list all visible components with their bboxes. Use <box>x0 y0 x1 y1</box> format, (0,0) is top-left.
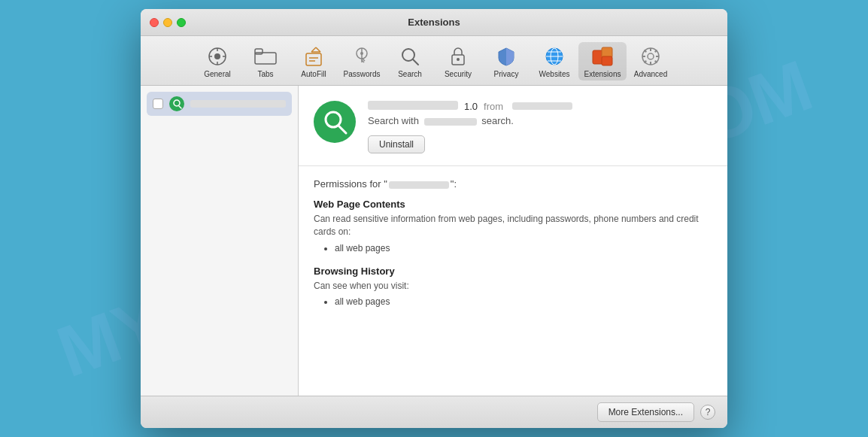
svg-rect-8 <box>306 53 321 65</box>
ext-version: 1.0 <box>464 101 478 112</box>
uninstall-button[interactable]: Uninstall <box>368 135 425 153</box>
extension-header: 1.0 from Search with search. Uninstall <box>299 86 727 166</box>
maximize-button[interactable] <box>177 18 186 27</box>
permissions-title: Permissions for "": <box>314 178 712 190</box>
toolbar-item-websites[interactable]: Websites <box>530 42 578 80</box>
privacy-label: Privacy <box>494 70 519 78</box>
traffic-lights <box>150 18 186 27</box>
titlebar: Extensions <box>141 9 727 36</box>
websites-icon <box>542 44 566 68</box>
svg-line-38 <box>645 50 647 53</box>
svg-point-44 <box>326 112 341 127</box>
window: Extensions General <box>141 9 727 428</box>
permission-group-history: Browsing History Can see when you visit:… <box>314 266 712 308</box>
extensions-label: Extensions <box>584 70 621 78</box>
toolbar-icons: General Tabs <box>193 42 675 80</box>
window-title: Extensions <box>408 17 460 28</box>
ext-search-row: Search with search. <box>368 115 712 126</box>
ext-search-name-bar <box>424 118 477 126</box>
security-icon <box>446 44 470 68</box>
permission-group-webcontent: Web Page Contents Can read sensitive inf… <box>314 199 712 253</box>
toolbar-item-search[interactable]: Search <box>386 42 434 80</box>
advanced-label: Advanced <box>634 70 667 78</box>
sidebar-ext-icon <box>169 96 184 111</box>
perm-group-title-history: Browsing History <box>314 266 712 277</box>
toolbar-item-passwords[interactable]: Passwords <box>338 42 386 80</box>
toolbar-item-general[interactable]: General <box>193 42 241 80</box>
autofill-label: AutoFill <box>301 70 326 78</box>
tabs-label: Tabs <box>257 70 273 78</box>
footer: More Extensions... ? <box>141 396 727 428</box>
sidebar <box>141 86 299 396</box>
svg-line-40 <box>655 50 657 53</box>
minimize-button[interactable] <box>163 18 172 27</box>
general-icon <box>205 44 229 68</box>
extension-checkbox[interactable] <box>153 99 163 109</box>
close-button[interactable] <box>150 18 159 27</box>
perm-group-desc-history: Can see when you visit: <box>314 280 712 293</box>
search-suffix-text: search. <box>481 115 514 126</box>
svg-rect-31 <box>602 56 612 65</box>
svg-line-13 <box>311 47 316 52</box>
svg-line-39 <box>655 61 657 63</box>
svg-point-23 <box>457 58 460 61</box>
websites-label: Websites <box>539 70 570 78</box>
ext-name-row: 1.0 from <box>368 101 712 112</box>
more-extensions-button[interactable]: More Extensions... <box>597 402 694 422</box>
sidebar-ext-name <box>190 100 286 108</box>
toolbar: General Tabs <box>141 36 727 86</box>
svg-point-33 <box>648 53 654 59</box>
perm-list-webcontent: all web pages <box>314 243 712 253</box>
perm-group-desc-webcontent: Can read sensitive information from web … <box>314 213 712 238</box>
toolbar-item-extensions[interactable]: Extensions <box>578 42 627 80</box>
permissions-ext-bar <box>389 181 449 189</box>
passwords-label: Passwords <box>344 70 381 78</box>
svg-line-45 <box>339 126 346 133</box>
advanced-icon <box>639 44 663 68</box>
permissions-label-text: Permissions for " <box>314 178 387 190</box>
ext-name-bar <box>368 101 458 110</box>
help-button[interactable]: ? <box>700 405 715 420</box>
tabs-icon <box>253 44 278 68</box>
extension-icon <box>314 101 356 143</box>
perm-list-item: all web pages <box>335 243 712 253</box>
svg-point-1 <box>214 53 220 59</box>
toolbar-item-advanced[interactable]: Advanced <box>627 42 675 80</box>
general-label: General <box>204 70 231 78</box>
permissions-suffix-text: ": <box>451 178 457 190</box>
toolbar-item-tabs[interactable]: Tabs <box>241 42 290 80</box>
privacy-icon <box>494 44 518 68</box>
perm-list-item: all web pages <box>335 296 712 307</box>
search-icon <box>398 44 422 68</box>
svg-line-41 <box>645 61 647 63</box>
toolbar-item-autofill[interactable]: AutoFill <box>290 42 338 80</box>
toolbar-item-privacy[interactable]: Privacy <box>482 42 530 80</box>
svg-line-43 <box>179 106 181 108</box>
sidebar-extension-item[interactable] <box>147 92 292 116</box>
detail-pane: 1.0 from Search with search. Uninstall P… <box>299 86 727 396</box>
ext-from-label: from <box>484 101 503 112</box>
search-with-text: Search with <box>368 115 419 126</box>
svg-line-21 <box>413 59 418 65</box>
search-label: Search <box>398 70 422 78</box>
perm-group-title-webcontent: Web Page Contents <box>314 199 712 210</box>
security-label: Security <box>445 70 472 78</box>
main-content: 1.0 from Search with search. Uninstall P… <box>141 86 727 396</box>
passwords-icon <box>350 44 374 68</box>
svg-rect-7 <box>255 49 263 54</box>
perm-list-history: all web pages <box>314 296 712 307</box>
permissions-section: Permissions for "": Web Page Contents Ca… <box>299 166 727 331</box>
extensions-icon <box>590 44 615 68</box>
toolbar-item-security[interactable]: Security <box>434 42 482 80</box>
autofill-icon <box>302 44 326 68</box>
ext-from-bar <box>512 102 572 110</box>
svg-line-11 <box>316 47 320 52</box>
extension-info: 1.0 from Search with search. Uninstall <box>368 101 712 153</box>
svg-point-42 <box>174 100 180 106</box>
